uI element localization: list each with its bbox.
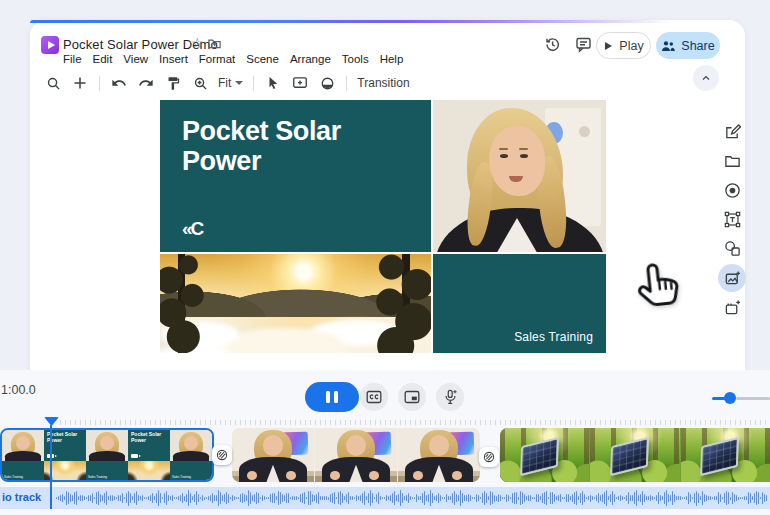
- timeline-clip-title-scene[interactable]: Sales Training Pocket Solar Power Sales …: [0, 428, 214, 482]
- camera-icon: [131, 454, 138, 458]
- timeline-clip-presenter[interactable]: [232, 428, 480, 482]
- presenter-eye: [520, 154, 528, 158]
- add-icon[interactable]: [71, 74, 89, 92]
- pause-icon: [334, 391, 338, 403]
- record-icon[interactable]: [718, 176, 746, 205]
- clips-track: Sales Training Pocket Solar Power Sales …: [0, 428, 770, 482]
- clip-frame: [398, 428, 480, 482]
- pause-button[interactable]: [305, 382, 359, 412]
- toolbar-divider: [253, 76, 254, 91]
- add-image-icon[interactable]: [718, 264, 746, 292]
- mini-footer-text: Sales Training: [88, 475, 107, 479]
- undo-icon[interactable]: [110, 74, 128, 92]
- people-icon: [661, 40, 675, 52]
- timeline-zoom-slider[interactable]: [710, 390, 770, 406]
- chevron-down-icon: [235, 81, 243, 85]
- presenter-brow: [499, 148, 508, 150]
- chevron-up-icon: [700, 72, 712, 84]
- play-icon: [603, 41, 613, 51]
- time-indicator: 1:00.0: [1, 383, 36, 397]
- presenter-video[interactable]: [433, 100, 606, 252]
- toolbar: Fit Transition: [44, 72, 410, 94]
- captions-button[interactable]: [360, 383, 388, 411]
- search-icon[interactable]: [44, 74, 62, 92]
- sunrise-image[interactable]: [160, 254, 431, 353]
- clip-thumbnail: Sales Training: [2, 430, 44, 480]
- tree-silhouette: [160, 254, 214, 353]
- menu-arrange[interactable]: Arrange: [290, 53, 331, 65]
- timeline-panel: 1:00.0 Sales Training Pocket: [0, 370, 770, 515]
- select-arrow-icon[interactable]: [264, 74, 282, 92]
- editor-window: Pocket Solar Power Demo ☆ Play: [30, 20, 745, 370]
- menu-scene[interactable]: Scene: [246, 53, 279, 65]
- slider-handle[interactable]: [724, 392, 736, 404]
- collapse-menus-button[interactable]: [693, 65, 719, 91]
- mini-footer-text: Sales Training: [4, 475, 23, 479]
- clip-thumbnail: Sales Training: [86, 430, 128, 480]
- menu-view[interactable]: View: [123, 53, 148, 65]
- share-label: Share: [681, 39, 714, 53]
- zoom-in-icon[interactable]: [191, 74, 209, 92]
- menu-tools[interactable]: Tools: [342, 53, 369, 65]
- presenter-face: [489, 126, 545, 196]
- comments-icon[interactable]: [575, 36, 592, 53]
- clip-frame: [681, 428, 770, 482]
- move-folder-icon[interactable]: [207, 36, 222, 51]
- shapes-icon[interactable]: [718, 234, 746, 263]
- add-scene-icon[interactable]: [718, 293, 746, 322]
- timeline-clip-solar[interactable]: [500, 428, 770, 482]
- audio-track[interactable]: io track: [0, 487, 770, 509]
- audio-track-label: io track: [2, 491, 41, 503]
- presenter-brow: [519, 148, 528, 150]
- wall-light-shape: [579, 126, 590, 137]
- text-box-icon[interactable]: [718, 205, 746, 234]
- mic-add-button[interactable]: [436, 383, 464, 411]
- slide-footer-text[interactable]: Sales Training: [514, 330, 593, 344]
- clip-frame: [315, 428, 397, 482]
- menu-help[interactable]: Help: [380, 53, 404, 65]
- timeline-ruler: [60, 420, 770, 425]
- toolbar-divider: [99, 76, 100, 91]
- presenter-eye: [500, 154, 508, 158]
- zoom-fit-select[interactable]: Fit: [218, 76, 243, 90]
- slide-title-text[interactable]: Pocket Solar Power: [182, 116, 417, 176]
- menu-edit[interactable]: Edit: [93, 53, 113, 65]
- vids-logo[interactable]: [41, 36, 59, 54]
- play-button[interactable]: Play: [596, 32, 651, 59]
- audio-waveform: [56, 487, 768, 509]
- star-icon[interactable]: ☆: [191, 35, 204, 51]
- screen: Pocket Solar Power Demo ☆ Play: [0, 0, 770, 515]
- version-history-icon[interactable]: [544, 36, 561, 53]
- clip-frame: [590, 428, 679, 482]
- right-sidebar: [718, 118, 746, 322]
- transition-badge[interactable]: [479, 447, 499, 467]
- tree-silhouette: [357, 254, 431, 353]
- clip-thumbnail: Pocket Solar Power: [128, 430, 170, 480]
- playhead-line: [50, 425, 52, 509]
- menu-format[interactable]: Format: [199, 53, 235, 65]
- folder-icon[interactable]: [718, 147, 746, 176]
- toolbar-divider: [346, 76, 347, 91]
- transition-style-icon[interactable]: [318, 74, 336, 92]
- picture-in-picture-button[interactable]: [398, 383, 426, 411]
- brand-logo-mark: «C: [182, 218, 202, 240]
- slide-title-panel[interactable]: Pocket Solar Power «C: [160, 100, 431, 252]
- redo-icon[interactable]: [137, 74, 155, 92]
- transition-button[interactable]: Transition: [357, 76, 409, 90]
- edit-template-icon[interactable]: [718, 118, 746, 147]
- mini-caption-text: Pocket Solar Power: [47, 432, 81, 444]
- video-canvas: Pocket Solar Power «C: [160, 100, 606, 353]
- pause-icon: [326, 391, 330, 403]
- menu-insert[interactable]: Insert: [159, 53, 188, 65]
- transition-badge[interactable]: [212, 445, 232, 465]
- clip-frame: [500, 428, 589, 482]
- share-button[interactable]: Share: [656, 32, 720, 59]
- mini-footer-text: Sales Training: [172, 475, 191, 479]
- zoom-fit-label: Fit: [218, 76, 231, 90]
- clip-thumbnail: Sales Training: [170, 430, 212, 480]
- menu-file[interactable]: File: [63, 53, 82, 65]
- clip-frame: [232, 428, 314, 482]
- slide-footer-panel[interactable]: Sales Training: [433, 254, 606, 353]
- add-comment-icon[interactable]: [291, 74, 309, 92]
- paint-format-icon[interactable]: [164, 74, 182, 92]
